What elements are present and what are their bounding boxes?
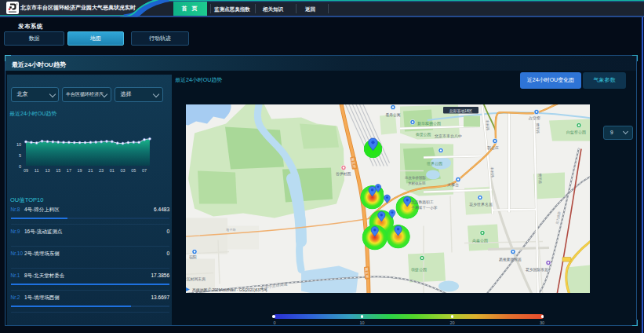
svg-text:缸瓦村回王房: 缸瓦村回王房 (186, 276, 206, 281)
svg-text:17: 17 (67, 168, 71, 173)
svg-text:0: 0 (19, 164, 21, 169)
svg-text:23: 23 (99, 168, 104, 173)
svg-text:高德地图 © 2021AutoNavi - GS(2021): 高德地图 © 2021AutoNavi - GS(2021)6375号 (192, 287, 267, 293)
svg-text:13: 13 (45, 168, 49, 173)
svg-text:易俊康阔家居: 易俊康阔家居 (499, 256, 522, 262)
svg-text:樊羊路: 樊羊路 (536, 123, 540, 134)
svg-text:郭公庄: 郭公庄 (487, 145, 499, 150)
svg-text:03: 03 (120, 168, 125, 173)
svg-text:19: 19 (78, 168, 82, 173)
svg-text:21: 21 (88, 168, 93, 173)
svg-text:10: 10 (16, 142, 21, 147)
svg-text:宿阳: 宿阳 (189, 254, 197, 259)
svg-text:白盆窑公园: 白盆窑公园 (566, 129, 586, 134)
svg-text:新华双拥公园: 新华双拥公园 (417, 120, 441, 126)
svg-text:看丹公寓: 看丹公寓 (385, 112, 400, 117)
svg-text:11: 11 (35, 168, 39, 173)
svg-text:05: 05 (131, 168, 136, 173)
svg-text:北京铁路职工: 北京铁路职工 (411, 199, 434, 204)
svg-text:北京市丰台八中: 北京市丰台八中 (435, 133, 462, 138)
svg-text:大葆台: 大葆台 (447, 181, 459, 186)
svg-text:高鑫公园: 高鑫公园 (472, 237, 488, 243)
svg-text:占堂窑: 占堂窑 (529, 115, 540, 120)
svg-text:15: 15 (56, 168, 60, 173)
svg-text:07: 07 (142, 168, 147, 173)
svg-text:花乡国际家居: 花乡国际家居 (526, 266, 548, 272)
svg-text:花乡世界名居: 花乡世界名居 (469, 201, 493, 207)
svg-text:樊羊路: 樊羊路 (538, 173, 543, 184)
svg-text:子弟第十一小学: 子弟第十一小学 (411, 204, 438, 210)
svg-text:御景公园: 御景公园 (416, 132, 431, 136)
svg-text:5: 5 (19, 153, 21, 158)
svg-text:01: 01 (110, 168, 115, 173)
svg-text:海子路: 海子路 (226, 227, 236, 231)
svg-text:北京华侨国际: 北京华侨国际 (405, 174, 427, 180)
svg-text:09: 09 (24, 168, 28, 173)
svg-text:总部基地18区: 总部基地18区 (449, 108, 473, 113)
svg-text:世界公园: 世界公园 (426, 160, 442, 166)
svg-text:领捷公园: 领捷公园 (411, 266, 427, 272)
